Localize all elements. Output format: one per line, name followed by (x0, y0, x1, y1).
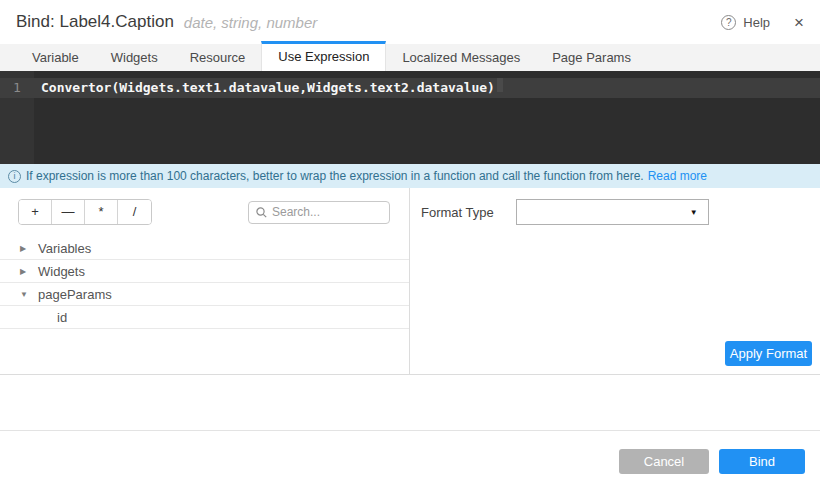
tree-item-label: id (57, 310, 67, 325)
apply-format-button[interactable]: Apply Format (725, 341, 812, 366)
text-cursor (497, 78, 503, 92)
operator-button-group: + — * / (18, 199, 152, 225)
tree-item-variables[interactable]: ▶ Variables (0, 237, 409, 260)
tab-variable[interactable]: Variable (16, 44, 95, 71)
format-type-label: Format Type (421, 205, 494, 220)
tree-item-label: pageParams (38, 287, 112, 302)
tree-item-label: Widgets (38, 264, 85, 279)
tab-use-expression[interactable]: Use Expression (261, 41, 386, 71)
info-bar: i If expression is more than 100 charact… (0, 164, 820, 188)
info-icon: i (8, 170, 21, 183)
dialog-title: Bind: Label4.Caption (16, 12, 174, 32)
chevron-down-icon[interactable]: ▼ (20, 290, 38, 299)
help-icon[interactable]: ? (721, 15, 736, 30)
help-link[interactable]: Help (743, 15, 770, 30)
tab-bar: Variable Widgets Resource Use Expression… (0, 44, 820, 71)
dialog-footer: Cancel Bind (0, 430, 820, 491)
tab-localized-messages[interactable]: Localized Messages (386, 44, 536, 71)
header-actions: ? Help × (721, 14, 804, 31)
format-type-select[interactable]: ▼ (516, 199, 709, 225)
bind-button[interactable]: Bind (719, 449, 805, 474)
tab-widgets[interactable]: Widgets (95, 44, 174, 71)
dialog-header: Bind: Label4.Caption date, string, numbe… (0, 0, 820, 44)
format-type-row: Format Type ▼ (410, 199, 820, 225)
cancel-button[interactable]: Cancel (619, 449, 709, 474)
plus-operator-button[interactable]: + (19, 200, 52, 224)
expression-code[interactable]: Convertor(Widgets.text1.datavalue,Widget… (34, 78, 495, 98)
chevron-right-icon[interactable]: ▶ (20, 244, 38, 253)
tree-item-id[interactable]: id (0, 306, 409, 329)
tab-resource[interactable]: Resource (174, 44, 262, 71)
search-box[interactable] (248, 201, 390, 224)
minus-operator-button[interactable]: — (52, 200, 85, 224)
expression-toolbar: + — * / (0, 199, 409, 225)
binding-tree: ▶ Variables ▶ Widgets ▼ pageParams id (0, 237, 409, 329)
chevron-right-icon[interactable]: ▶ (20, 267, 38, 276)
bind-dialog: Bind: Label4.Caption date, string, numbe… (0, 0, 820, 491)
multiply-operator-button[interactable]: * (85, 200, 118, 224)
main-panels: + — * / ▶ Variables (0, 188, 820, 374)
tree-item-widgets[interactable]: ▶ Widgets (0, 260, 409, 283)
expression-helper-panel: + — * / ▶ Variables (0, 188, 410, 374)
line-number: 1 (0, 78, 34, 98)
search-input[interactable] (272, 205, 382, 219)
info-text: If expression is more than 100 character… (26, 169, 644, 183)
read-more-link[interactable]: Read more (648, 169, 707, 183)
expression-code-editor[interactable]: 1 Convertor(Widgets.text1.datavalue,Widg… (0, 71, 820, 164)
tab-page-params[interactable]: Page Params (536, 44, 647, 71)
editor-active-line[interactable]: 1 Convertor(Widgets.text1.datavalue,Widg… (0, 78, 820, 98)
spacer (0, 375, 820, 430)
chevron-down-icon: ▼ (690, 208, 698, 217)
format-panel: Format Type ▼ Apply Format (410, 188, 820, 374)
close-icon[interactable]: × (794, 14, 804, 31)
dialog-subtitle: date, string, number (184, 14, 317, 31)
search-icon (256, 207, 267, 218)
divide-operator-button[interactable]: / (118, 200, 151, 224)
tree-item-label: Variables (38, 241, 91, 256)
tree-item-pageparams[interactable]: ▼ pageParams (0, 283, 409, 306)
